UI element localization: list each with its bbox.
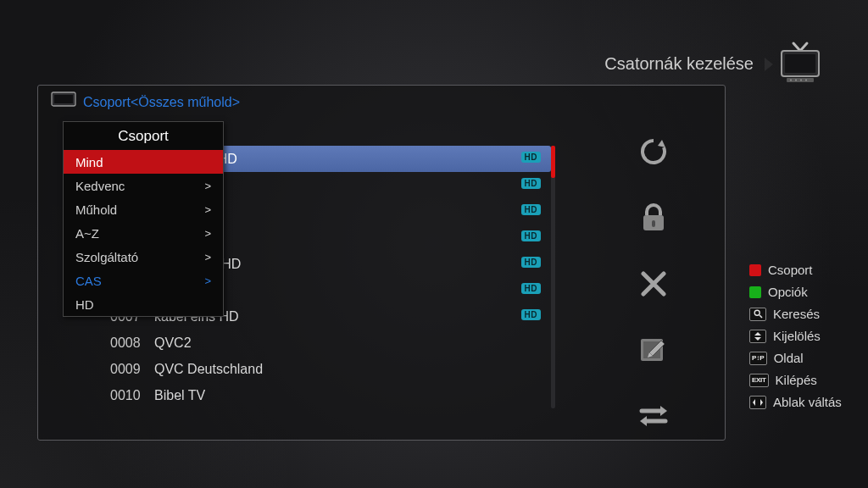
legend-page-label: Oldal xyxy=(774,351,804,365)
svg-rect-10 xyxy=(652,220,655,227)
popup-item[interactable]: HD xyxy=(64,292,223,316)
legend-search: Keresés xyxy=(749,307,851,321)
svg-rect-1 xyxy=(785,54,815,73)
hd-badge: HD xyxy=(521,230,541,241)
popup-item[interactable]: A~Z> xyxy=(64,221,223,245)
pip-key: P↕P xyxy=(749,352,767,365)
group-popup: Csoport MindKedvenc>Műhold>A~Z>Szolgálta… xyxy=(63,121,224,317)
popup-item-label: HD xyxy=(75,297,94,312)
popup-item[interactable]: Kedvenc> xyxy=(64,174,223,197)
popup-item-label: Mind xyxy=(75,155,103,169)
legend-swap: Ablak váltás xyxy=(749,395,851,409)
legend-red-label: Csoport xyxy=(768,263,813,277)
svg-point-3 xyxy=(790,80,792,81)
channel-row[interactable]: 0010Bibel TV xyxy=(63,382,551,408)
channel-number: 0008 xyxy=(110,336,154,351)
channel-number: 0009 xyxy=(110,362,154,377)
popup-item-label: Műhold xyxy=(75,202,117,217)
delete-icon[interactable] xyxy=(636,266,671,302)
popup-item-label: Szolgáltató xyxy=(75,250,138,264)
exit-key: EXIT xyxy=(749,374,769,387)
breadcrumb: Csoport<Összes műhold> xyxy=(83,95,240,110)
svg-point-5 xyxy=(800,80,802,81)
popup-item-label: Kedvenc xyxy=(75,179,125,193)
channel-row[interactable]: 0008QVC2 xyxy=(63,330,551,356)
chevron-right-icon: > xyxy=(204,251,211,263)
magnifier-icon xyxy=(749,308,766,321)
popup-item-label: A~Z xyxy=(75,226,99,241)
svg-point-6 xyxy=(805,80,807,81)
legend-swap-label: Ablak váltás xyxy=(773,395,842,409)
chevron-right-icon: > xyxy=(204,274,211,287)
legend-exit: EXIT Kilépés xyxy=(749,373,851,387)
tv-icon xyxy=(773,39,827,86)
svg-rect-8 xyxy=(54,95,73,103)
hd-badge: HD xyxy=(521,257,541,268)
chevron-right-icon: > xyxy=(204,203,211,216)
updown-icon xyxy=(749,330,766,343)
leftright-icon xyxy=(749,396,766,409)
hd-badge: HD xyxy=(521,178,541,189)
legend: Csoport Opciók Keresés Kijelölés P↕P Old… xyxy=(749,263,851,409)
refresh-icon[interactable] xyxy=(636,134,671,169)
popup-item[interactable]: Szolgáltató> xyxy=(64,245,223,269)
hd-badge: HD xyxy=(521,309,541,320)
hd-badge: HD xyxy=(521,152,541,163)
legend-select-label: Kijelölés xyxy=(773,329,821,343)
hd-badge: HD xyxy=(521,283,541,294)
scrollbar-thumb[interactable] xyxy=(551,146,555,178)
popup-item[interactable]: Mind xyxy=(64,150,223,174)
channel-name: Bibel TV xyxy=(154,388,551,403)
channel-name: QVC Deutschland xyxy=(154,362,551,377)
legend-page: P↕P Oldal xyxy=(749,351,851,365)
channel-row[interactable]: 0009QVC Deutschland xyxy=(63,356,551,382)
red-swatch xyxy=(749,264,761,276)
popup-item[interactable]: Műhold> xyxy=(64,197,223,221)
legend-select: Kijelölés xyxy=(749,329,851,343)
tv-small-icon xyxy=(51,90,76,108)
popup-title: Csoport xyxy=(64,122,223,150)
move-icon[interactable] xyxy=(636,398,671,434)
popup-item-label: CAS xyxy=(75,274,102,288)
channel-name: QVC2 xyxy=(154,336,551,351)
popup-item[interactable]: CAS> xyxy=(64,269,223,292)
channel-number: 0010 xyxy=(110,388,154,403)
chevron-right-icon: > xyxy=(204,227,211,240)
lock-icon[interactable] xyxy=(636,200,671,236)
edit-icon[interactable] xyxy=(636,332,671,368)
scrollbar-track[interactable] xyxy=(551,146,555,408)
page-title: Csatornák kezelése xyxy=(604,54,754,74)
svg-point-13 xyxy=(754,310,760,315)
action-column xyxy=(607,134,700,434)
hd-badge: HD xyxy=(521,204,541,215)
legend-red: Csoport xyxy=(749,263,851,277)
svg-point-4 xyxy=(795,80,797,81)
legend-green-label: Opciók xyxy=(768,285,808,299)
green-swatch xyxy=(749,286,761,298)
header-pointer xyxy=(765,58,773,71)
chevron-right-icon: > xyxy=(204,180,211,192)
legend-search-label: Keresés xyxy=(773,307,820,321)
legend-exit-label: Kilépés xyxy=(776,373,817,387)
legend-green: Opciók xyxy=(749,285,851,299)
